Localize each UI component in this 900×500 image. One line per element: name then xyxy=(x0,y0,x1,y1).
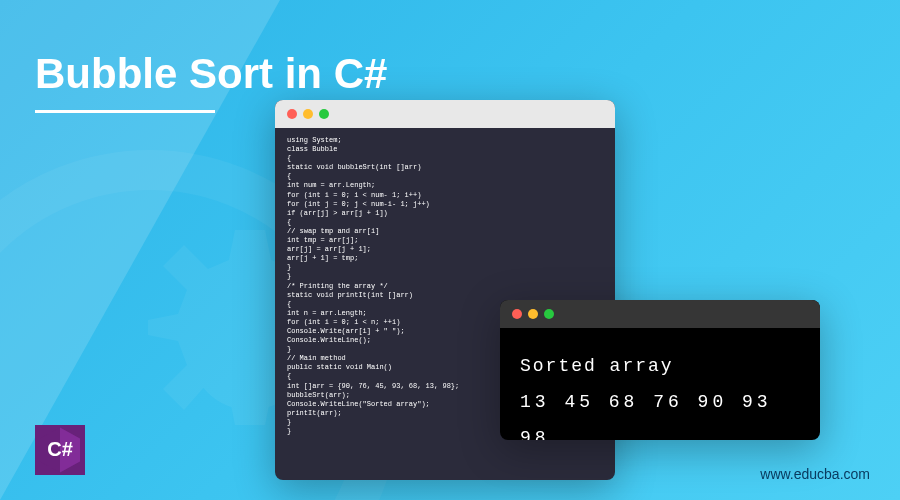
maximize-icon xyxy=(544,309,554,319)
minimize-icon xyxy=(528,309,538,319)
close-icon xyxy=(287,109,297,119)
title-underline xyxy=(35,110,215,113)
maximize-icon xyxy=(319,109,329,119)
output-line2: 13 45 68 76 90 93 98 xyxy=(520,384,800,440)
output-content: Sorted array 13 45 68 76 90 93 98 xyxy=(500,328,820,440)
code-titlebar xyxy=(275,100,615,128)
output-window: Sorted array 13 45 68 76 90 93 98 xyxy=(500,300,820,440)
website-url: www.educba.com xyxy=(760,466,870,482)
close-icon xyxy=(512,309,522,319)
output-line1: Sorted array xyxy=(520,348,800,384)
csharp-logo-icon: C# xyxy=(35,425,85,475)
svg-text:C#: C# xyxy=(47,438,73,460)
output-titlebar xyxy=(500,300,820,328)
page-title: Bubble Sort in C# xyxy=(35,50,387,98)
minimize-icon xyxy=(303,109,313,119)
